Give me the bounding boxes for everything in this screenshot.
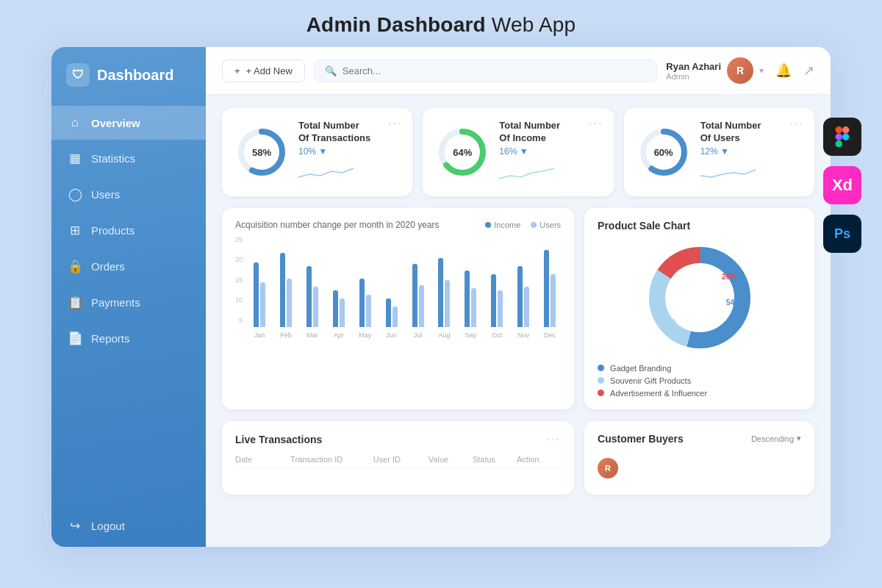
card-menu-dots[interactable]: ··· — [790, 117, 804, 130]
product-sale-donut: 26% 54% 30% — [598, 239, 801, 356]
transactions-menu-dots[interactable]: ··· — [547, 433, 561, 446]
sidebar-item-label: Users — [91, 188, 120, 201]
bar-chart-bars: JanFebMarAprMayJunJulAugSepOctNovDec — [248, 236, 561, 339]
transactions-title: Total NumberOf Transactions — [298, 120, 399, 145]
sidebar-item-reports[interactable]: 📄 Reports — [51, 321, 206, 356]
search-input[interactable] — [343, 65, 647, 76]
sidebar-item-products[interactable]: ⊞ Products — [51, 213, 206, 248]
transactions-header: Live Transactions ··· — [235, 433, 561, 446]
users-bar — [392, 306, 398, 327]
svg-point-18 — [842, 134, 850, 141]
sidebar-item-label: Products — [91, 224, 135, 237]
transactions-card: Live Transactions ··· Date Transaction I… — [222, 421, 574, 495]
sidebar-item-label: Reports — [91, 332, 130, 345]
transactions-donut: 58% — [235, 126, 288, 179]
ps-icon: Ps — [823, 215, 861, 253]
bar-month-label: Jun — [386, 331, 397, 339]
sidebar-item-payments[interactable]: 📋 Payments — [51, 285, 206, 320]
stat-card-income: ··· 64% Total NumberOf Income 16% ▼ — [423, 108, 613, 196]
bar-chart-title: Acquisition number change per month in 2… — [235, 220, 440, 230]
chevron-down-icon[interactable]: ▾ — [759, 65, 764, 76]
customer-row: R — [598, 453, 801, 483]
sidebar-item-label: Payments — [91, 296, 140, 309]
income-bar — [438, 258, 443, 327]
income-bar — [491, 274, 496, 327]
logout-button[interactable]: ↪ Logout — [51, 505, 206, 547]
users-mini-chart — [700, 161, 759, 182]
logout-label: Logout — [91, 520, 125, 532]
sidebar-logo: 🛡 Dashboard — [51, 47, 206, 100]
bar-month-label: Jul — [414, 331, 423, 339]
bar-month-label: May — [359, 331, 371, 339]
users-donut: 60% — [637, 126, 690, 179]
income-bar — [517, 266, 523, 327]
svg-text:54%: 54% — [726, 298, 741, 306]
document-icon: 📄 — [68, 331, 82, 346]
search-icon: 🔍 — [325, 65, 337, 76]
sidebar: 🛡 Dashboard ⌂ Overview ▦ Statistics ◯ Us… — [51, 47, 206, 547]
bar-month: Aug — [433, 239, 455, 339]
bar-month: Jul — [407, 239, 429, 339]
users-title: Total NumberOf Users — [700, 120, 801, 145]
legend-gadget: Gadget Branding — [598, 364, 801, 373]
bar-month-label: Feb — [280, 331, 292, 339]
user-name: Ryan Azhari — [666, 61, 721, 72]
card-menu-dots[interactable]: ··· — [388, 117, 402, 130]
sidebar-logo-label: Dashboard — [97, 67, 173, 84]
advertisement-dot — [598, 390, 604, 396]
sidebar-item-users[interactable]: ◯ Users — [51, 177, 206, 212]
sidebar-item-label: Orders — [91, 260, 125, 273]
sidebar-item-overview[interactable]: ⌂ Overview — [51, 106, 206, 140]
users-bar — [287, 279, 292, 327]
search-bar[interactable]: 🔍 — [314, 60, 658, 82]
transactions-info: Total NumberOf Transactions 10% ▼ — [298, 120, 399, 184]
user-role: Admin — [666, 72, 721, 81]
bar-month-label: Mar — [306, 331, 318, 339]
sort-label: Descending — [751, 434, 794, 443]
col-action: Action — [517, 455, 561, 464]
notification-icon[interactable]: 🔔 — [775, 62, 792, 79]
col-status: Status — [473, 455, 517, 464]
users-change: 12% ▼ — [700, 146, 801, 157]
transactions-card-title: Live Transactions — [235, 434, 322, 445]
bar-month: Feb — [275, 239, 297, 339]
svg-rect-16 — [836, 140, 843, 147]
figma-icon — [823, 118, 861, 156]
legend-users: Users — [531, 220, 561, 229]
users-bar — [419, 285, 424, 327]
income-donut: 64% — [436, 126, 489, 179]
signout-icon[interactable]: ↗ — [803, 62, 814, 79]
users-bar — [313, 287, 318, 327]
bar-month-label: Sep — [465, 331, 476, 339]
page-title-normal: Web App — [486, 13, 576, 36]
bar-month-label: Apr — [334, 331, 344, 339]
users-bar — [445, 280, 450, 327]
users-bar — [260, 282, 265, 327]
bar-month: May — [354, 239, 376, 339]
col-date: Date — [235, 455, 290, 464]
users-bar — [340, 298, 345, 327]
charts-row: Acquisition number change per month in 2… — [222, 208, 814, 409]
header-right: Ryan Azhari Admin R ▾ 🔔 ↗ — [666, 57, 814, 84]
chevron-icon: ▾ — [797, 434, 801, 443]
add-new-button[interactable]: + + Add New — [222, 60, 305, 82]
card-menu-dots[interactable]: ··· — [589, 117, 603, 130]
transactions-change: 10% ▼ — [298, 146, 399, 157]
sidebar-item-orders[interactable]: 🔒 Orders — [51, 249, 206, 284]
sidebar-nav: ⌂ Overview ▦ Statistics ◯ Users ⊞ Produc… — [51, 100, 206, 505]
sidebar-item-label: Overview — [91, 117, 140, 129]
legend-income: Income — [485, 220, 520, 229]
bar-month-label: Oct — [492, 331, 502, 339]
users-percent: 60% — [654, 146, 673, 157]
sidebar-item-statistics[interactable]: ▦ Statistics — [51, 141, 206, 176]
svg-rect-15 — [836, 134, 843, 141]
xd-icon: Xd — [823, 166, 861, 204]
souvenir-label: Souvenir Gift Products — [610, 376, 691, 385]
bar-month-label: Dec — [544, 331, 556, 339]
income-bar — [544, 250, 549, 327]
income-bar — [386, 298, 391, 327]
app-container: 🛡 Dashboard ⌂ Overview ▦ Statistics ◯ Us… — [51, 47, 831, 547]
home-icon: ⌂ — [68, 115, 82, 130]
sort-button[interactable]: Descending ▾ — [751, 434, 801, 443]
advertisement-label: Advertisement & Influencer — [610, 389, 707, 398]
